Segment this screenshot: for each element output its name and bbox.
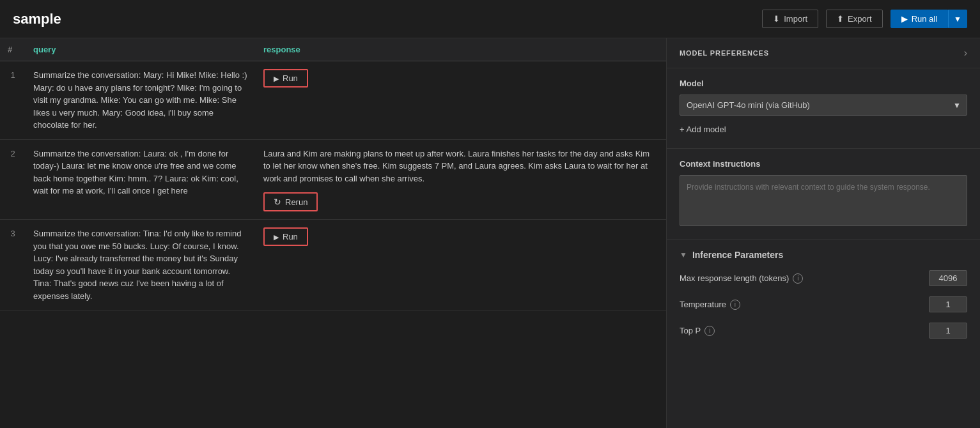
import-icon: ⬇ — [773, 14, 780, 24]
play-icon — [274, 232, 279, 241]
inference-title: Inference Parameters — [692, 250, 783, 260]
model-label: Model — [680, 79, 967, 88]
table-header-row: # query response — [0, 38, 666, 61]
row-number: 2 — [0, 139, 26, 220]
export-button[interactable]: ⬆ Export — [826, 10, 883, 28]
param-label: Top Pi — [680, 326, 715, 336]
model-select-wrapper: OpenAI GPT-4o mini (via GitHub) OpenAI G… — [680, 95, 967, 116]
run-button[interactable]: Run — [263, 69, 308, 88]
table-row: 2Summarize the conversation: Laura: ok ,… — [0, 139, 666, 220]
run-all-chevron-button[interactable]: ▼ — [948, 10, 967, 28]
row-number: 1 — [0, 61, 26, 140]
app-title: sample — [13, 11, 61, 27]
context-label: Context instructions — [680, 159, 967, 169]
header-actions: ⬇ Import ⬆ Export ▶ Run all ▼ — [762, 10, 967, 28]
param-value: 4096 — [929, 270, 967, 286]
response-cell: Run — [256, 220, 666, 310]
inference-chevron-icon: ▼ — [680, 250, 687, 259]
add-model-label: + Add model — [680, 125, 726, 134]
param-row: Max response length (tokens)i4096 — [680, 270, 967, 286]
run-all-button[interactable]: ▶ Run all — [891, 10, 948, 28]
table-row: 1Summarize the conversation: Mary: Hi Mi… — [0, 61, 666, 140]
play-icon — [274, 73, 279, 83]
export-icon: ⬆ — [837, 14, 844, 24]
param-value: 1 — [929, 296, 967, 312]
param-label-text: Temperature — [680, 300, 726, 309]
info-icon[interactable]: i — [730, 300, 740, 310]
query-cell: Summarize the conversation: Laura: ok , … — [26, 139, 256, 220]
run-button[interactable]: Run — [263, 227, 308, 246]
param-value: 1 — [929, 323, 967, 339]
query-cell: Summarize the conversation: Tina: I'd on… — [26, 220, 256, 310]
table-panel: # query response 1Summarize the conversa… — [0, 38, 667, 428]
inference-section: ▼ Inference Parameters Max response leng… — [667, 240, 980, 359]
model-section: Model OpenAI GPT-4o mini (via GitHub) Op… — [667, 68, 980, 149]
inference-params: Max response length (tokens)i4096Tempera… — [680, 270, 967, 339]
inference-header[interactable]: ▼ Inference Parameters — [680, 250, 967, 260]
run-all-play-icon: ▶ — [901, 14, 908, 24]
param-label: Max response length (tokens)i — [680, 273, 803, 284]
param-label: Temperaturei — [680, 300, 740, 310]
data-table: # query response 1Summarize the conversa… — [0, 38, 666, 310]
panel-header: MODEL PREFERENCES › — [667, 38, 980, 68]
info-icon[interactable]: i — [793, 273, 803, 284]
col-num: # — [0, 38, 26, 61]
context-textarea[interactable] — [680, 175, 967, 226]
rerun-icon — [274, 197, 281, 207]
add-model-button[interactable]: + Add model — [680, 121, 726, 138]
run-all-group: ▶ Run all ▼ — [891, 10, 967, 28]
param-row: Top Pi1 — [680, 323, 967, 339]
import-button[interactable]: ⬇ Import — [762, 10, 818, 28]
context-section: Context instructions — [667, 149, 980, 240]
right-panel: MODEL PREFERENCES › Model OpenAI GPT-4o … — [667, 38, 980, 428]
info-icon[interactable]: i — [704, 326, 715, 336]
col-response: response — [256, 38, 666, 61]
model-select[interactable]: OpenAI GPT-4o mini (via GitHub) OpenAI G… — [680, 95, 967, 116]
response-cell: Laura and Kim are making plans to meet u… — [256, 139, 666, 220]
col-query: query — [26, 38, 256, 61]
rerun-button[interactable]: Rerun — [263, 192, 318, 211]
panel-expand-icon[interactable]: › — [964, 47, 967, 59]
response-text: Laura and Kim are making plans to meet u… — [263, 148, 658, 185]
app-header: sample ⬇ Import ⬆ Export ▶ Run all ▼ — [0, 0, 980, 38]
row-number: 3 — [0, 220, 26, 310]
panel-title: MODEL PREFERENCES — [680, 49, 769, 57]
main-layout: # query response 1Summarize the conversa… — [0, 38, 980, 428]
param-label-text: Max response length (tokens) — [680, 273, 789, 283]
param-label-text: Top P — [680, 326, 701, 335]
query-cell: Summarize the conversation: Mary: Hi Mik… — [26, 61, 256, 140]
param-row: Temperaturei1 — [680, 296, 967, 312]
chevron-down-icon: ▼ — [954, 15, 961, 24]
table-row: 3Summarize the conversation: Tina: I'd o… — [0, 220, 666, 310]
response-cell: Run — [256, 61, 666, 140]
